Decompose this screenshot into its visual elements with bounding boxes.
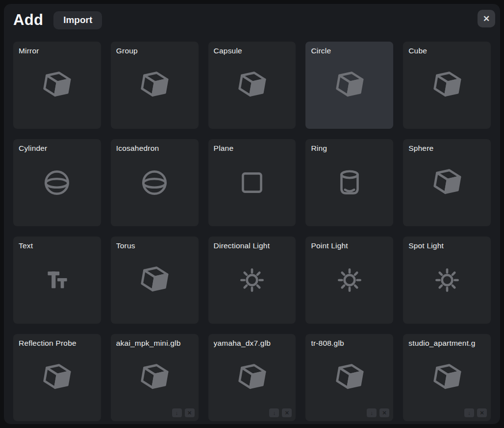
- card-label: Directional Light: [214, 241, 291, 250]
- sun-icon: [236, 264, 268, 296]
- remove-button[interactable]: ✕: [185, 408, 195, 417]
- card-label: Reflection Probe: [19, 339, 96, 348]
- card-studio-apartment-g[interactable]: studio_apartment.g ↓✕: [403, 334, 491, 421]
- sun-icon: [333, 264, 366, 296]
- text-icon: [41, 264, 73, 296]
- cube-icon: [41, 69, 73, 101]
- remove-button[interactable]: ✕: [477, 408, 487, 417]
- remove-icon: ✕: [187, 410, 192, 416]
- download-icon: ↓: [176, 410, 178, 416]
- card-label: Text: [19, 241, 96, 250]
- card-label: Cube: [408, 47, 485, 55]
- cube-icon: [138, 69, 171, 101]
- card-mirror[interactable]: Mirror: [13, 42, 101, 129]
- remove-icon: ✕: [285, 410, 289, 416]
- card-actions: ↓✕: [269, 408, 292, 417]
- cube-icon: [333, 361, 366, 394]
- add-dialog: Add Import ✕ Mirror Group: [4, 4, 500, 424]
- download-icon: ↓: [370, 410, 373, 416]
- remove-button[interactable]: ✕: [282, 408, 292, 417]
- object-grid: Mirror Group: [13, 42, 491, 421]
- cylinder-icon: [333, 166, 366, 199]
- card-label: Group: [116, 47, 193, 55]
- cube-icon: [236, 69, 268, 101]
- cube-icon: [138, 361, 171, 394]
- card-circle[interactable]: Circle: [305, 42, 393, 129]
- card-icosahedron[interactable]: Icosahedron: [111, 139, 199, 226]
- download-icon: ↓: [468, 410, 471, 416]
- card-label: Icosahedron: [116, 144, 193, 153]
- card-label: Plane: [214, 144, 291, 153]
- plane-icon: [236, 166, 268, 199]
- card-label: tr-808.glb: [311, 339, 388, 348]
- download-button[interactable]: ↓: [367, 408, 377, 417]
- cube-icon: [41, 361, 73, 394]
- card-group[interactable]: Group: [111, 42, 199, 129]
- card-label: Sphere: [408, 144, 485, 153]
- cube-icon: [236, 361, 268, 394]
- download-button[interactable]: ↓: [172, 408, 182, 417]
- cube-icon: [138, 264, 171, 296]
- card-yamaha-dx7-glb[interactable]: yamaha_dx7.glb ↓✕: [208, 334, 296, 421]
- cube-icon: [431, 69, 463, 101]
- dialog-title: Add: [13, 11, 43, 29]
- card-label: Cylinder: [19, 144, 96, 153]
- sun-icon: [431, 264, 463, 296]
- card-label: yamaha_dx7.glb: [214, 339, 291, 348]
- card-reflection-probe[interactable]: Reflection Probe: [13, 334, 101, 421]
- card-label: Point Light: [311, 241, 388, 250]
- card-point-light[interactable]: Point Light: [305, 237, 393, 324]
- card-tr-808-glb[interactable]: tr-808.glb ↓✕: [305, 334, 393, 421]
- download-icon: ↓: [273, 410, 276, 416]
- sphere-icon: [138, 166, 171, 199]
- card-cylinder[interactable]: Cylinder: [13, 139, 101, 226]
- card-ring[interactable]: Ring: [305, 139, 393, 226]
- download-button[interactable]: ↓: [464, 408, 474, 417]
- remove-icon: ✕: [382, 410, 387, 416]
- card-actions: ↓✕: [367, 408, 389, 417]
- card-text[interactable]: Text: [13, 237, 101, 324]
- card-torus[interactable]: Torus: [111, 237, 199, 324]
- card-label: Circle: [311, 47, 388, 55]
- card-directional-light[interactable]: Directional Light: [208, 237, 296, 324]
- card-label: akai_mpk_mini.glb: [116, 339, 193, 348]
- card-akai-mpk-mini-glb[interactable]: akai_mpk_mini.glb ↓✕: [111, 334, 199, 421]
- dialog-header: Add Import: [13, 10, 491, 30]
- card-label: Mirror: [19, 47, 96, 55]
- card-sphere[interactable]: Sphere: [403, 139, 491, 226]
- cube-icon: [333, 69, 366, 101]
- card-plane[interactable]: Plane: [208, 139, 296, 226]
- remove-icon: ✕: [479, 410, 484, 416]
- card-actions: ↓✕: [172, 408, 195, 417]
- card-cube[interactable]: Cube: [403, 42, 491, 129]
- download-button[interactable]: ↓: [269, 408, 279, 417]
- sphere-icon: [41, 166, 73, 199]
- card-label: Spot Light: [408, 241, 485, 250]
- import-button[interactable]: Import: [53, 11, 102, 29]
- card-actions: ↓✕: [464, 408, 487, 417]
- close-button[interactable]: ✕: [478, 10, 495, 27]
- card-label: Capsule: [214, 47, 291, 55]
- remove-button[interactable]: ✕: [379, 408, 389, 417]
- card-label: Torus: [116, 241, 193, 250]
- close-icon: ✕: [483, 14, 490, 24]
- cube-icon: [431, 361, 463, 394]
- card-spot-light[interactable]: Spot Light: [403, 237, 491, 324]
- cube-icon: [431, 166, 463, 199]
- card-label: Ring: [311, 144, 388, 153]
- card-label: studio_apartment.g: [408, 339, 485, 348]
- card-capsule[interactable]: Capsule: [208, 42, 296, 129]
